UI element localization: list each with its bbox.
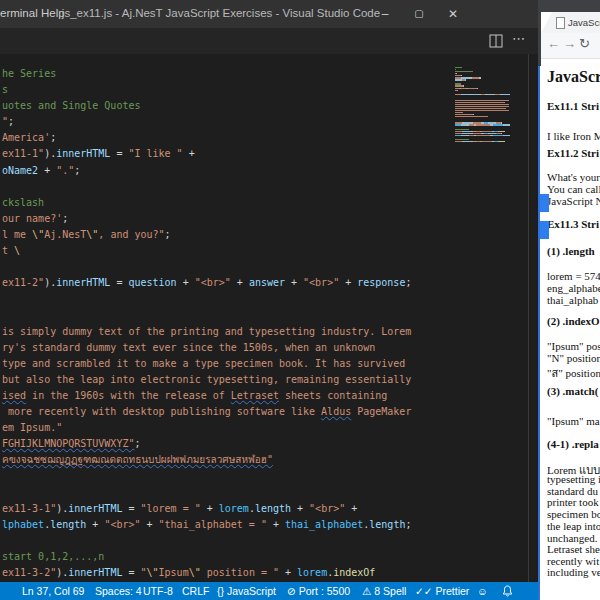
status-item[interactable]: ⊘ Port : 5500 [287,585,350,597]
page-text-line: Ex11.3 Stri [547,218,599,230]
split-editor-icon[interactable] [489,34,503,52]
code-line: uotes and Single Quotes [2,98,411,114]
window-title: js_ex11.js - Aj.NesT JavaScript Exercise… [62,7,380,19]
page-text-line: typesetting i [547,473,600,485]
minimap-row [455,71,473,72]
feedback-smiley-icon[interactable]: ☺ [477,585,488,597]
code-line: ry's standard dummy text ever since the … [2,340,411,356]
browser-page: JavaScriEx11.1 StriI like Iron MEx11.2 S… [540,59,600,600]
browser-frame-top [538,0,600,12]
code-line: คฃงจฉชซฌญฎฏฐฑฒณดตถทธนบปผฝพฟภมยรลวศษสหฬอฮ… [2,452,411,468]
minimap-row [455,116,488,117]
page-text-line: Letraset she [547,543,600,555]
code-line: s [2,82,411,98]
code-line: FGHIJKLMNOPQRSTUVWXYZ"; [2,436,411,452]
status-item[interactable]: CRLF [182,585,209,597]
minimap-row [455,124,510,125]
page-text-line: I like Iron M [547,130,600,142]
code-line: ex11-2").innerHTML = question + "<br>" +… [2,275,411,291]
page-text-line: thai_alphab [547,294,598,306]
code-line: ised in the 1960s with the release of Le… [2,388,411,404]
editor-tab-bar: ⋯ [0,28,538,54]
page-text-line: (2) .indexO [547,315,600,327]
page-text-line: You can call [547,183,600,195]
refresh-icon[interactable]: ↻ [579,36,590,51]
code-line [2,307,411,323]
status-item[interactable]: ✓✓ Prettier [415,585,469,597]
page-text-line: What's your [547,171,600,183]
page-text-line: "Ipsum" ma [547,415,600,427]
more-actions-icon[interactable]: ⋯ [512,31,525,46]
status-bar: ☺ Ln 37, Col 69Spaces: 4UTF-8CRLF{} Java… [0,582,538,600]
minimap-border [528,54,529,582]
status-item[interactable]: {} JavaScript [217,585,276,597]
code-line: ex11-3-2").innerHTML = "\"Ipsum\" positi… [2,565,411,581]
page-text-line: including ve [547,566,600,578]
browser-toolbar: ← → ↻ [540,33,600,59]
code-line: our name?'; [2,211,411,227]
status-item[interactable]: Ln 37, Col 69 [22,585,84,597]
minimap[interactable] [455,67,527,147]
page-text-line: "ส" position [547,364,600,382]
page-text-line: "Ipsum" pos [547,340,600,352]
code-line: t \ [2,243,411,259]
minimap-row [455,79,466,80]
code-line: more recently with desktop publishing so… [2,404,411,420]
page-text-line: the leap into [547,520,600,532]
code-line [2,179,411,195]
page-text-line: specimen bo [547,508,600,520]
close-button[interactable]: ✕ [436,0,470,28]
selection-highlight [540,221,549,239]
code-line: ex11-1").innerHTML = "I like " + [2,146,411,162]
code-line: l me \"Aj.NesT\", and you?"; [2,227,411,243]
menu-terminal[interactable]: erminal [0,7,38,19]
code-line [2,484,411,500]
screenshot-root: erminal Help js_ex11.js - Aj.NesT JavaSc… [0,0,600,600]
code-line: ckslash [2,195,411,211]
code-line: type and scrambled it to make a type spe… [2,356,411,372]
code-line [2,291,411,307]
browser-tab[interactable]: JavaScri [541,12,600,33]
forward-icon[interactable]: → [563,36,576,51]
page-heading: JavaScri [547,68,600,86]
code-line: oName2 + "."; [2,163,411,179]
code-editor[interactable]: he Seriessuotes and Single Quotes";Ameri… [0,54,538,582]
back-icon[interactable]: ← [547,36,560,51]
status-item[interactable]: Spaces: 4 [95,585,142,597]
minimap-row [455,141,505,142]
page-text-line: printer took [547,496,599,508]
status-item[interactable]: ⚠ 8 Spell [362,585,406,597]
code-line [2,468,411,484]
page-text-line: (1) .length [547,245,595,257]
page-text-line: JavaScript N [547,195,600,207]
browser-left-border [538,66,540,600]
titlebar: erminal Help js_ex11.js - Aj.NesT JavaSc… [0,0,600,28]
page-text-line: "N" position [547,352,600,364]
code-line: "; [2,114,411,130]
code-line: he Series [2,66,411,82]
page-favicon-icon [556,17,565,29]
minimize-button[interactable]: – [368,0,402,28]
code-line [2,533,411,549]
page-text-line: eng_alphabe [547,282,600,294]
browser-window: JavaScri ← → ↻ JavaScriEx11.1 StriI like… [538,0,600,600]
minimap-row [455,90,458,91]
selection-highlight [540,194,549,212]
code-line: is simply dummy text of the printing and… [2,324,411,340]
page-text-line: Ex11.2 Stri [547,147,599,159]
vscode-window: erminal Help js_ex11.js - Aj.NesT JavaSc… [0,0,600,600]
page-text-line: lorem = 574 [547,270,600,282]
code-line [2,259,411,275]
maximize-button[interactable]: ▢ [402,0,436,28]
status-item[interactable]: UTF-8 [143,585,173,597]
minimap-row [455,88,478,89]
code-line: ex11-3-1").innerHTML = "lorem = " + lore… [2,501,411,517]
page-text-line: Ex11.1 Stri [547,100,599,112]
code-line: America'; [2,130,411,146]
bell-icon[interactable] [502,585,513,599]
code-content: he Seriessuotes and Single Quotes";Ameri… [2,66,411,581]
code-line: em Ipsum." [2,420,411,436]
page-text-line: (3) .match( [547,385,598,397]
minimap-row [455,110,509,111]
minimap-row [455,94,510,95]
